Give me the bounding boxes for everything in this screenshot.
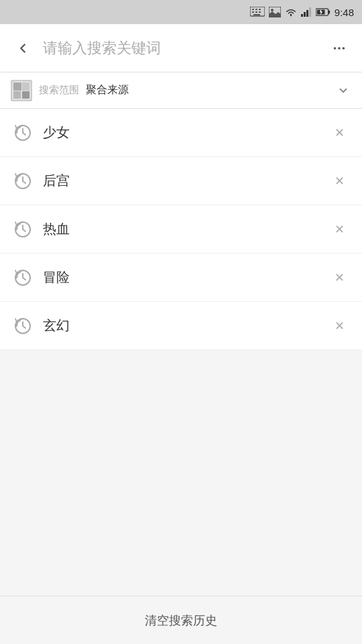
image-icon [269,7,281,17]
svg-point-19 [343,47,345,50]
keyboard-icon [250,7,265,17]
delete-button[interactable]: ✕ [330,220,349,239]
history-text: 热血 [43,220,319,238]
filter-bar[interactable]: 搜索范围 聚合来源 [0,72,362,109]
history-item[interactable]: 冒险 ✕ [0,254,362,302]
svg-rect-13 [309,7,311,17]
svg-point-9 [271,9,274,11]
status-bar: 9:48 [0,0,362,24]
svg-rect-15 [328,10,330,13]
history-clock-icon [13,123,32,142]
svg-rect-11 [304,12,306,17]
delete-button[interactable]: ✕ [330,172,349,191]
history-item[interactable]: 少女 ✕ [0,109,362,157]
wifi-icon [285,7,297,17]
delete-button[interactable]: ✕ [330,317,349,335]
svg-rect-5 [255,11,257,13]
clear-label: 清空搜索历史 [145,612,217,629]
filter-scope-label: 搜索范围 [39,84,79,97]
signal-icon [301,7,312,17]
svg-rect-12 [306,10,308,17]
svg-rect-2 [255,9,257,10]
history-list: 少女 ✕ 后宫 ✕ 热血 ✕ [0,109,362,350]
svg-point-17 [334,47,337,50]
history-text: 少女 [43,123,319,142]
nav-bar: 请输入搜索关键词 [0,24,362,72]
status-icons: 9:48 [250,7,354,18]
search-placeholder[interactable]: 请输入搜索关键词 [43,38,319,58]
status-time: 9:48 [335,7,354,18]
history-text: 后宫 [43,172,319,190]
history-text: 冒险 [43,268,319,286]
svg-rect-7 [253,14,260,15]
history-clock-icon [13,268,32,287]
more-button[interactable] [327,36,351,60]
svg-rect-21 [13,83,21,91]
svg-point-18 [338,47,341,50]
back-button[interactable] [11,36,35,60]
history-text: 玄幻 [43,317,319,335]
filter-dropdown-button[interactable] [335,83,351,99]
filter-map-icon [11,80,32,101]
clear-history-button[interactable]: 清空搜索历史 [0,596,362,644]
svg-rect-6 [259,11,261,13]
history-item[interactable]: 玄幻 ✕ [0,302,362,350]
delete-button[interactable]: ✕ [330,268,349,287]
history-clock-icon [13,317,32,335]
history-item[interactable]: 热血 ✕ [0,205,362,254]
battery-icon [316,7,330,17]
svg-rect-23 [13,91,21,99]
svg-rect-4 [252,11,254,13]
svg-rect-3 [259,9,261,10]
svg-rect-24 [22,91,29,99]
svg-rect-1 [252,9,254,10]
filter-value: 聚合来源 [86,83,129,97]
svg-rect-22 [22,83,29,91]
svg-rect-10 [301,14,303,17]
history-clock-icon [13,172,32,191]
history-item[interactable]: 后宫 ✕ [0,157,362,205]
delete-button[interactable]: ✕ [330,123,349,142]
history-clock-icon [13,220,32,239]
